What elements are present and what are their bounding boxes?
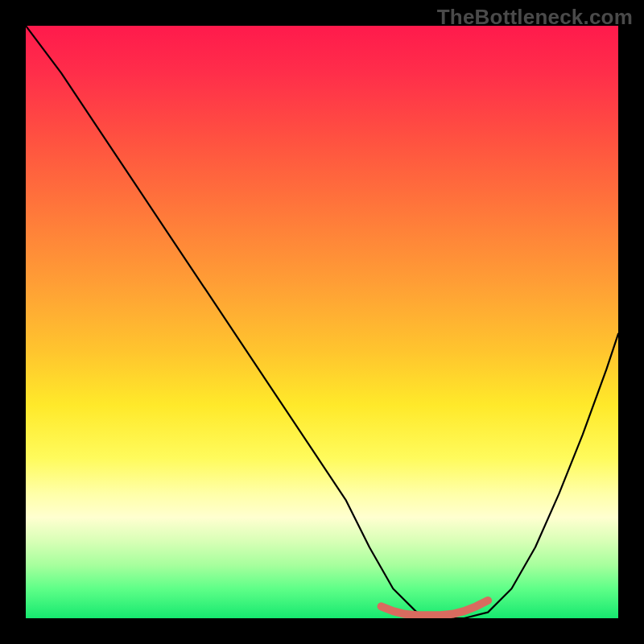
watermark-text: TheBottleneck.com <box>437 5 633 30</box>
chart-frame: TheBottleneck.com <box>0 0 644 644</box>
plot-area <box>26 26 618 618</box>
trough-marker-path <box>382 601 488 615</box>
bottleneck-curve-path <box>26 26 618 618</box>
curve-svg <box>26 26 618 618</box>
